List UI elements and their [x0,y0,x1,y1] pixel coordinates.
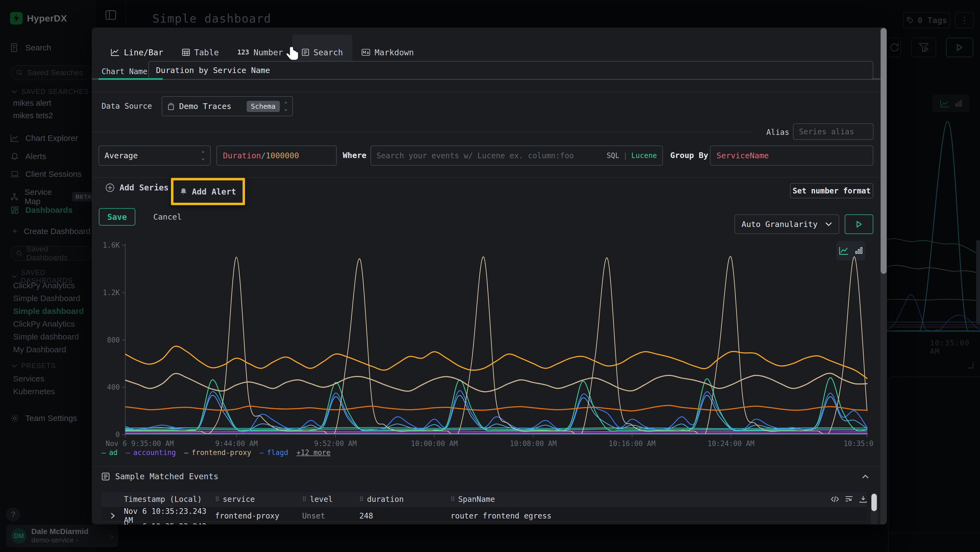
run-chart-button[interactable] [845,214,873,234]
list-icon [102,472,110,480]
legend-swatch: — [259,448,264,457]
add-alert-button[interactable]: Add Alert [180,187,236,196]
group-by-value: ServiceName [716,151,769,160]
collapse-events-button[interactable] [862,474,869,479]
save-button[interactable]: Save [99,208,135,226]
svg-text:400: 400 [107,383,120,391]
svg-text:Nov 6 9:35:00 AM: Nov 6 9:35:00 AM [106,439,174,448]
legend-swatch: — [102,448,106,457]
svg-text:9:52:00 AM: 9:52:00 AM [314,439,357,448]
section-divider [92,177,887,178]
table-icon [182,48,190,56]
svg-text:10:16:00 AM: 10:16:00 AM [609,439,655,448]
schema-badge: Schema [247,101,280,112]
play-icon [856,221,862,228]
events-toolbar [831,495,867,503]
search-list-icon [302,48,309,56]
event-row[interactable]: Nov 6 10:35:23.243 AMfrontend-proxyUnset… [102,522,867,525]
set-number-format-button[interactable]: Set number format [790,183,873,198]
number-123-icon: 123 [237,48,249,56]
column-header[interactable]: SpanName [458,495,495,504]
timeseries-chart[interactable]: 04008001.2K1.6KNov 6 9:35:00 AM9:44:00 A… [103,241,874,451]
select-chevrons-icon: ⌃⌄ [202,151,205,160]
section-divider [92,92,887,93]
mouse-cursor [285,46,301,63]
formula-text: Duration/1000000 [223,151,299,160]
database-icon [167,102,175,110]
legend-item[interactable]: —frontend-proxy [184,448,251,457]
chart-legend: —ad—accounting—frontend-proxy—flagd+12 m… [102,448,331,457]
svg-text:0: 0 [115,431,120,439]
column-drag-handle[interactable]: ⠿ [450,496,455,503]
wrap-text-icon[interactable] [845,495,853,503]
expand-row-icon[interactable] [110,512,115,519]
column-drag-handle[interactable]: ⠿ [360,496,364,503]
add-series-button[interactable]: Add Series [105,183,169,192]
bell-icon [180,188,187,195]
legend-swatch: — [126,448,130,457]
lucene-mode-button[interactable]: Lucene [631,152,657,160]
column-drag-handle[interactable]: ⠿ [215,496,220,503]
events-table: Timestamp (Local)⠿service⠿level⠿duration… [102,492,867,525]
sql-mode-button[interactable]: SQL [606,152,619,160]
code-icon[interactable] [831,495,839,503]
svg-text:10:00:00 AM: 10:00:00 AM [411,439,458,448]
column-header[interactable]: service [223,495,255,504]
add-alert-highlight: Add Alert [171,178,245,205]
field-formula-input[interactable]: Duration/1000000 [216,145,337,166]
column-drag-handle[interactable]: ⠿ [302,496,307,503]
circle-plus-icon [105,183,115,192]
column-header[interactable]: Timestamp (Local) [124,495,202,504]
svg-text:10:24:00 AM: 10:24:00 AM [708,439,754,448]
legend-item[interactable]: —accounting [126,448,176,457]
aggregation-select[interactable]: Average ⌃⌄ [99,145,211,166]
data-source-label: Data Source [102,102,152,111]
svg-text:10:08:00 AM: 10:08:00 AM [510,439,557,448]
hyperdx-app: HyperDX Search Saved Searches SAVED SEAR… [0,0,980,552]
svg-text:800: 800 [107,336,120,344]
sample-events-header: Sample Matched Events [102,472,218,481]
events-table-rows: Nov 6 10:35:23.243 AMfrontend-proxyUnset… [102,506,867,525]
download-icon[interactable] [859,495,867,503]
alias-label: Alias [766,128,789,137]
chevron-up-icon [862,474,869,479]
data-source-select[interactable]: Demo Traces Schema ⌃⌄ [162,96,293,116]
column-header[interactable]: duration [367,495,404,504]
svg-text:10:35:00 AM: 10:35:00 AM [844,439,874,448]
legend-more-button[interactable]: +12 more [296,448,331,457]
svg-text:1.6K: 1.6K [103,241,120,249]
group-by-label: Group By [670,151,708,160]
svg-text:9:44:00 AM: 9:44:00 AM [215,439,258,448]
chevron-down-icon [825,222,832,227]
event-row[interactable]: Nov 6 10:35:23.243 AMfrontend-proxyUnset… [102,506,867,522]
line-chart-icon [111,48,119,56]
events-table-header: Timestamp (Local)⠿service⠿level⠿duration… [102,492,867,506]
section-divider [92,466,887,467]
edit-chart-modal: Line/Bar Table 123 Number Search Markdow… [92,27,887,525]
group-by-input[interactable]: ServiceName [710,145,873,166]
legend-item[interactable]: —flagd [259,448,288,457]
alias-divider [92,132,753,132]
series-alias-input[interactable]: Series alias [793,123,873,140]
cancel-button[interactable]: Cancel [153,212,182,222]
events-scrollbar-thumb[interactable] [871,494,877,511]
legend-item[interactable]: —ad [102,448,118,457]
active-tab-indicator [99,78,163,80]
granularity-select[interactable]: Auto Granularity [735,214,839,234]
column-header[interactable]: level [310,495,332,504]
chart-name-label: Chart Name [102,67,148,76]
legend-swatch: — [184,448,188,457]
modal-scrollbar-thumb[interactable] [881,28,887,274]
markdown-icon [361,49,370,56]
where-label: Where [343,151,366,160]
where-search-input[interactable]: Search your events w/ Lucene ex. column:… [371,145,663,166]
svg-text:1.2K: 1.2K [103,289,120,297]
select-chevrons-icon: ⌃⌄ [284,102,288,111]
chart-name-input[interactable]: Duration by Service Name [148,61,873,80]
